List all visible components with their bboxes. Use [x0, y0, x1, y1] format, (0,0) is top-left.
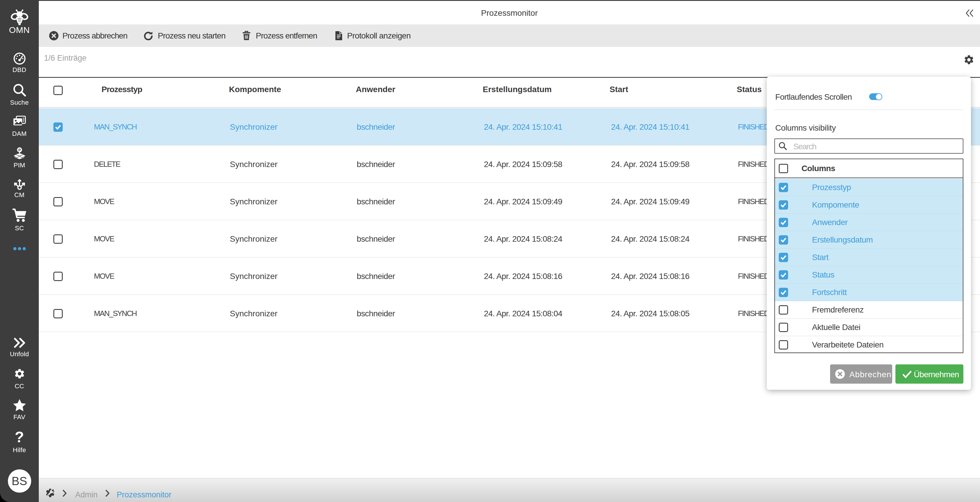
svg-text:P: P	[18, 148, 21, 152]
